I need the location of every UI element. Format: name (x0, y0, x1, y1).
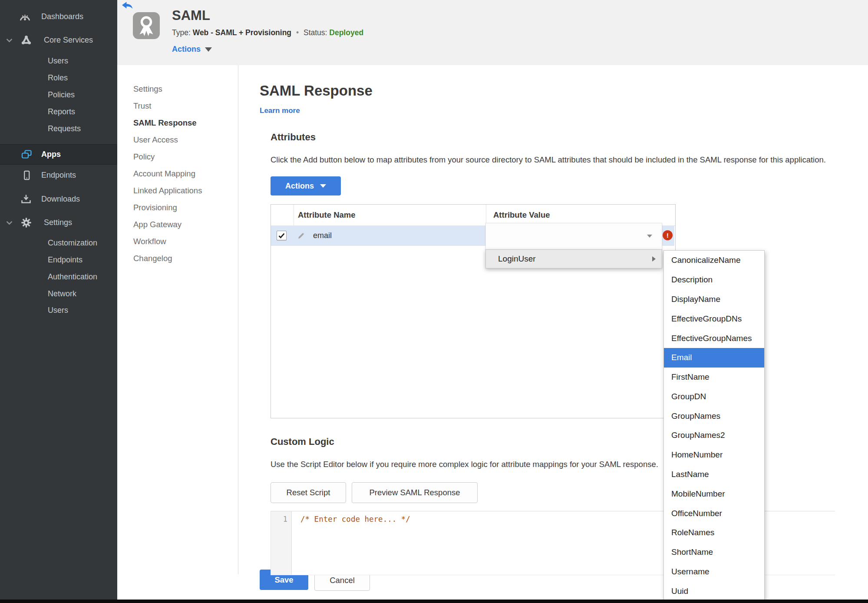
menu-item-loginuser[interactable]: LoginUser (498, 250, 536, 268)
menu-item-rolenames[interactable]: RoleNames (664, 523, 764, 543)
subnav-item-trust[interactable]: Trust (133, 100, 151, 112)
chevron-down-icon (205, 47, 212, 52)
subnav-item-account-mapping[interactable]: Account Mapping (133, 168, 195, 179)
custom-logic-heading: Custom Logic (271, 436, 334, 447)
sidebar-item-authentication[interactable]: Authentication (0, 268, 117, 285)
attribute-name-cell: email (313, 225, 332, 246)
status-label: Status: (304, 28, 327, 37)
menu-item-officenumber[interactable]: OfficeNumber (664, 504, 764, 523)
sidebar-item-core-services[interactable]: Core Services (0, 31, 117, 49)
attribute-value-dropdown[interactable] (485, 223, 662, 250)
menu-item-lastname[interactable]: LastName (664, 465, 764, 484)
back-arrow-icon[interactable] (122, 2, 133, 10)
submenu-arrow-icon (652, 256, 656, 262)
menu-item-groupnames[interactable]: GroupNames (664, 406, 764, 426)
menu-item-email-selected[interactable]: Email (664, 348, 764, 368)
learn-more-link[interactable]: Learn more (260, 106, 300, 115)
subnav-item-changelog[interactable]: Changelog (133, 253, 172, 264)
menu-item-displayname[interactable]: DisplayName (664, 290, 764, 309)
menu-item-username[interactable]: Username (664, 562, 764, 582)
bottom-bar (0, 600, 868, 603)
sidebar-item-reports[interactable]: Reports (0, 103, 117, 120)
sidebar-item-label: Settings (44, 218, 72, 227)
menu-item-homenumber[interactable]: HomeNumber (664, 445, 764, 465)
menu-item-description[interactable]: Description (664, 270, 764, 290)
sidebar-item-policies[interactable]: Policies (0, 86, 117, 103)
menu-item-effectivegroupdns[interactable]: EffectiveGroupDNs (664, 309, 764, 328)
menu-item-shortname[interactable]: ShortName (664, 543, 764, 562)
app-title: SAML (172, 8, 210, 23)
chevron-down-icon[interactable] (6, 36, 13, 45)
sidebar-item-network[interactable]: Network (0, 285, 117, 302)
chevron-down-icon (320, 184, 326, 188)
menu-item-groupdn[interactable]: GroupDN (664, 387, 764, 406)
sidebar-item-label: Downloads (41, 195, 80, 204)
subnav-item-provisioning[interactable]: Provisioning (133, 202, 177, 213)
sidebar-item-label: Core Services (44, 36, 93, 45)
meta-separator: • (294, 28, 301, 37)
menu-item-mobilenumber[interactable]: MobileNumber (664, 484, 764, 504)
gear-icon (21, 217, 32, 228)
preview-saml-response-button[interactable]: Preview SAML Response (352, 482, 478, 503)
menu-item-groupnames2[interactable]: GroupNames2 (664, 426, 764, 445)
page-title: SAML Response (260, 83, 373, 99)
core-services-icon (21, 35, 32, 46)
menu-item-firstname[interactable]: FirstName (664, 368, 764, 387)
endpoints-icon (22, 170, 32, 180)
value-menu-root[interactable]: LoginUser (485, 249, 662, 268)
row-checkbox[interactable] (277, 231, 287, 241)
reset-script-button[interactable]: Reset Script (271, 482, 346, 503)
subnav-item-linked-applications[interactable]: Linked Applications (133, 185, 202, 196)
column-header-attribute-value: Attribute Value (493, 205, 550, 225)
custom-logic-description: Use the Script Editor below if you requi… (271, 460, 658, 469)
sidebar-item-apps[interactable]: Apps (0, 144, 117, 165)
sidebar-item-label: Apps (41, 150, 61, 159)
subnav-item-app-gateway[interactable]: App Gateway (133, 219, 182, 230)
value-submenu: CanonicalizeName Description DisplayName… (663, 250, 765, 601)
menu-item-effectivegroupnames[interactable]: EffectiveGroupNames (664, 328, 764, 348)
app-badge-ribbon-icon (133, 12, 160, 39)
attributes-heading: Attributes (271, 132, 316, 143)
app-subnav: Settings Trust SAML Response User Access… (117, 65, 238, 574)
sidebar-item-label: Dashboards (41, 12, 83, 21)
sidebar-item-endpoints-settings[interactable]: Endpoints (0, 251, 117, 268)
subnav-item-user-access[interactable]: User Access (133, 134, 178, 146)
sidebar-item-users-settings[interactable]: Users (0, 302, 117, 319)
edit-pencil-icon (297, 232, 305, 241)
menu-item-uuid[interactable]: Uuid (664, 581, 764, 601)
sidebar: Dashboards Core Services Users Roles Pol… (0, 0, 117, 603)
sidebar-item-downloads[interactable]: Downloads (0, 190, 117, 208)
sidebar-item-label: Endpoints (41, 171, 76, 180)
app-meta: Type: Web - SAML + Provisioning • Status… (172, 28, 363, 37)
subnav-item-saml-response[interactable]: SAML Response (133, 117, 197, 129)
editor-code[interactable]: /* Enter code here... */ (300, 515, 410, 523)
error-exclamation-icon: ! (663, 230, 673, 240)
subnav-item-settings[interactable]: Settings (133, 83, 162, 95)
menu-item-canonicalizename[interactable]: CanonicalizeName (664, 251, 764, 270)
sidebar-item-dashboards[interactable]: Dashboards (0, 8, 117, 25)
sidebar-item-requests[interactable]: Requests (0, 120, 117, 137)
subnav-item-policy[interactable]: Policy (133, 151, 155, 162)
chevron-down-icon[interactable] (6, 218, 13, 227)
sidebar-item-customization[interactable]: Customization (0, 234, 117, 252)
sidebar-item-users[interactable]: Users (0, 52, 117, 70)
apps-icon (21, 149, 32, 160)
checkbox-check-icon (278, 233, 285, 239)
type-value: Web - SAML + Provisioning (193, 28, 291, 37)
editor-line-number: 1 (283, 515, 287, 523)
subnav-item-workflow[interactable]: Workflow (133, 236, 166, 247)
sidebar-item-settings[interactable]: Settings (0, 214, 117, 231)
column-header-attribute-name: Attribute Name (298, 205, 356, 225)
sidebar-item-roles[interactable]: Roles (0, 69, 117, 86)
header-actions-menu[interactable]: Actions (172, 45, 212, 54)
app-header: SAML Type: Web - SAML + Provisioning • S… (117, 0, 868, 65)
editor-gutter: 1 (271, 511, 292, 575)
attributes-description: Click the Add button below to map attrib… (271, 155, 826, 165)
dropdown-caret-icon[interactable] (647, 235, 652, 238)
attributes-actions-button[interactable]: Actions (271, 176, 341, 195)
type-label: Type: (172, 28, 191, 37)
sidebar-item-endpoints[interactable]: Endpoints (0, 166, 117, 184)
gauge-icon (19, 12, 31, 21)
status-badge: Deployed (329, 28, 363, 37)
downloads-icon (21, 194, 31, 204)
